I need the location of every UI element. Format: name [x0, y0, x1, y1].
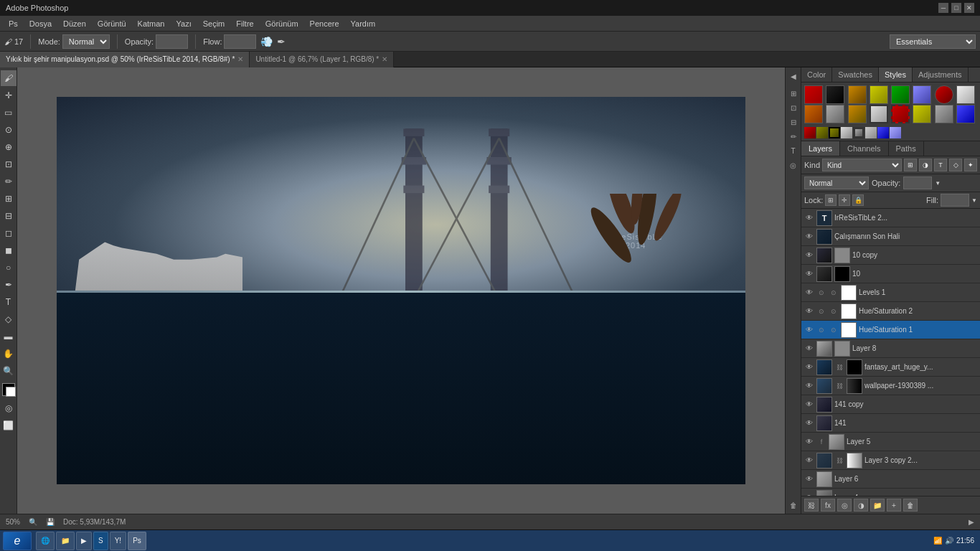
menu-item-select[interactable]: Seçim: [197, 18, 231, 29]
pixel-filter-icon[interactable]: ⊞: [904, 159, 917, 171]
add-mask-button[interactable]: ◎: [837, 499, 852, 512]
taskbar-skype[interactable]: S: [93, 532, 108, 550]
shape-tool[interactable]: ▬: [1, 329, 17, 344]
menu-item-image[interactable]: Görüntü: [92, 18, 132, 29]
flow-input[interactable]: 100%: [224, 34, 256, 49]
smart-filter-icon[interactable]: ✦: [964, 159, 977, 171]
gradient-tool[interactable]: ◼: [1, 242, 17, 258]
screen-mode[interactable]: ⬜: [1, 418, 17, 433]
taskbar-ie[interactable]: 🌐: [36, 532, 55, 550]
layer-eye-layer5[interactable]: 👁: [804, 437, 814, 447]
brush-tool[interactable]: 🖌: [1, 70, 17, 86]
workspace-select[interactable]: Essentials: [890, 34, 976, 49]
text-tool[interactable]: T: [1, 294, 17, 310]
layer-row-calisma[interactable]: 👁 Çalışmanın Son Hali: [801, 227, 980, 246]
quick-mask[interactable]: ◎: [1, 400, 17, 416]
doc-tab-1-close[interactable]: ✕: [237, 55, 243, 63]
style-swatch-10[interactable]: [826, 105, 844, 123]
layer-row-layer6[interactable]: 👁 Layer 6: [801, 470, 980, 489]
styles-tab[interactable]: Styles: [879, 67, 913, 82]
layer-eye-10[interactable]: 👁: [804, 269, 814, 279]
style-swatch-15[interactable]: [935, 105, 953, 123]
opacity-input[interactable]: 100%: [156, 34, 188, 49]
style-swatch-12[interactable]: [870, 105, 888, 123]
menu-item-ps[interactable]: Ps: [3, 18, 24, 29]
kind-select[interactable]: Kind: [822, 159, 902, 171]
layer-eye-141[interactable]: 👁: [804, 418, 814, 428]
mini-tool6-icon[interactable]: ◎: [786, 158, 801, 172]
style-swatch-4[interactable]: [870, 85, 888, 104]
style-swatch-11[interactable]: [848, 105, 867, 123]
layer-eye-huesat2[interactable]: 👁: [804, 306, 814, 316]
layer-row-irresistible[interactable]: 👁 T IrReSisTibLe 2...: [801, 209, 980, 227]
style-swatch-6[interactable]: [913, 85, 931, 104]
mini-collapse-icon[interactable]: ◀: [786, 69, 801, 83]
layer-row-levels1[interactable]: 👁 ⊙ ⊙ Levels 1: [801, 283, 980, 302]
layer-row-layer4copy[interactable]: 👁 Layer 4 copy: [801, 489, 980, 496]
eraser-tool[interactable]: ◻: [1, 225, 17, 241]
lock-pixel-icon[interactable]: ⊞: [825, 194, 837, 206]
delete-layer-button[interactable]: 🗑: [903, 499, 918, 512]
link-layers-button[interactable]: ⛓: [804, 499, 819, 512]
start-button[interactable]: e: [3, 532, 32, 550]
zoom-tool[interactable]: 🔍: [1, 363, 17, 379]
layer-row-layer8[interactable]: 👁 Layer 8: [801, 339, 980, 358]
adjust-filter-icon[interactable]: ◑: [919, 159, 932, 171]
quick-select-tool[interactable]: ⊕: [1, 139, 17, 155]
marquee-tool[interactable]: ▭: [1, 105, 17, 121]
swatch-r5[interactable]: [853, 127, 864, 138]
layer-row-10copy[interactable]: 👁 10 copy: [801, 246, 980, 265]
blend-mode-select[interactable]: Normal: [804, 176, 869, 189]
new-layer-button[interactable]: +: [887, 499, 901, 512]
swatches-tab[interactable]: Swatches: [832, 67, 879, 82]
taskbar-yahoo[interactable]: Y!: [110, 532, 126, 550]
style-swatch-16[interactable]: [956, 105, 975, 123]
layer-eye-levels1[interactable]: 👁: [804, 288, 814, 298]
style-swatch-9[interactable]: [804, 105, 823, 123]
menu-item-edit[interactable]: Düzen: [57, 18, 92, 29]
layer-eye-fantasy[interactable]: 👁: [804, 362, 814, 372]
fill-value[interactable]: 100%: [941, 194, 969, 207]
tablet-icon[interactable]: ✒: [277, 36, 286, 47]
taskbar-media[interactable]: ▶: [76, 532, 92, 550]
group-layers-button[interactable]: 📁: [870, 499, 885, 512]
foreground-color[interactable]: [2, 383, 15, 396]
add-adjustment-button[interactable]: ◑: [854, 499, 868, 512]
layer-row-10[interactable]: 👁 10: [801, 265, 980, 283]
layer-eye-layer3copy2[interactable]: 👁: [804, 456, 814, 466]
dodge-tool[interactable]: ○: [1, 260, 17, 276]
eyedropper-tool[interactable]: ✏: [1, 174, 17, 189]
layer-row-141[interactable]: 👁 141: [801, 414, 980, 433]
swatch-r4[interactable]: [841, 127, 852, 138]
maximize-button[interactable]: □: [951, 3, 961, 13]
background-color[interactable]: [6, 387, 16, 397]
canvas-area[interactable]: IrReSisTibLe 2014: [17, 67, 785, 514]
layer-eye-layer6[interactable]: 👁: [804, 474, 814, 484]
style-swatch-8[interactable]: [956, 85, 975, 104]
lock-all-icon[interactable]: 🔒: [852, 194, 864, 206]
layer-eye-huesat1[interactable]: 👁: [804, 325, 814, 335]
airbrush-icon[interactable]: 💨: [260, 36, 273, 47]
layer-row-fantasy[interactable]: 👁 ⛓ fantasy_art_huge_y...: [801, 358, 980, 377]
swatch-r6[interactable]: [865, 127, 877, 138]
taskbar-explorer[interactable]: 📁: [56, 532, 75, 550]
menu-item-file[interactable]: Dosya: [24, 18, 57, 29]
menu-item-filter[interactable]: Filtre: [230, 18, 259, 29]
opacity-value[interactable]: 100%: [903, 176, 932, 189]
layer-row-wallpaper[interactable]: 👁 ⛓ wallpaper-1930389 ...: [801, 377, 980, 395]
menu-item-text[interactable]: Yazı: [171, 18, 197, 29]
doc-tab-2[interactable]: Untitled-1 @ 66,7% (Layer 1, RGB/8) * ✕: [250, 52, 394, 67]
style-swatch-14[interactable]: [913, 105, 931, 123]
style-swatch-1[interactable]: [804, 85, 823, 104]
style-swatch-13[interactable]: [891, 105, 910, 123]
swatch-r3[interactable]: [829, 127, 840, 138]
crop-tool[interactable]: ⊡: [1, 156, 17, 172]
doc-tab-2-close[interactable]: ✕: [382, 55, 387, 63]
fx-button[interactable]: fx: [821, 499, 835, 512]
progress-arrow[interactable]: ▶: [969, 518, 974, 526]
mini-tool1-icon[interactable]: ⊞: [786, 86, 801, 100]
menu-item-layer[interactable]: Katman: [132, 18, 171, 29]
layer-row-huesat1[interactable]: 👁 ⊙ ⊙ Hue/Saturation 1: [801, 321, 980, 339]
layer-eye-10copy[interactable]: 👁: [804, 250, 814, 260]
layer-row-141copy[interactable]: 👁 141 copy: [801, 395, 980, 414]
